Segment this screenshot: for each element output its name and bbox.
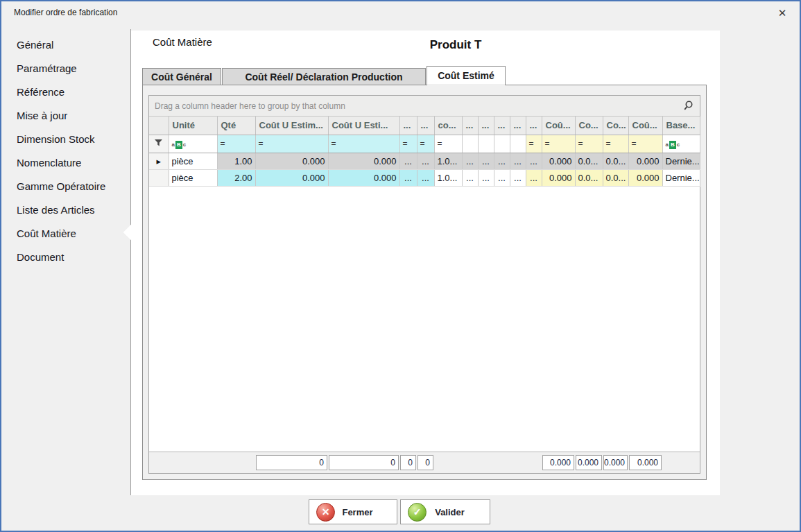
cell[interactable]: 0.000 xyxy=(328,169,399,186)
col-header-6[interactable]: ... xyxy=(417,117,434,135)
cell[interactable]: 0.0... xyxy=(575,169,603,186)
summary-box[interactable]: 0.000 xyxy=(629,455,662,470)
col-header-unite[interactable]: Unité xyxy=(169,117,217,135)
filter-cell-15[interactable]: = xyxy=(603,135,628,153)
summary-box[interactable]: 0 xyxy=(256,455,327,470)
cell[interactable]: 1.0... xyxy=(434,169,462,186)
col-header-10[interactable]: ... xyxy=(494,117,510,135)
cell[interactable]: 0.000 xyxy=(542,153,575,169)
cell[interactable]: 0.000 xyxy=(328,153,399,169)
filter-cell-5[interactable]: = xyxy=(399,135,417,153)
sidebar-item-general[interactable]: Général xyxy=(3,33,130,56)
filter-cell-12[interactable]: = xyxy=(526,135,542,153)
filter-cell-11[interactable] xyxy=(510,135,526,153)
sidebar-item-reference[interactable]: Référence xyxy=(3,80,130,103)
col-header-11[interactable]: ... xyxy=(510,117,526,135)
sidebar-item-document[interactable]: Document xyxy=(3,245,130,268)
cell[interactable]: ... xyxy=(462,169,478,186)
cell[interactable]: ... xyxy=(494,169,510,186)
summary-box[interactable]: 0 xyxy=(417,455,433,470)
sidebar-item-liste-des-articles[interactable]: Liste des Articles xyxy=(3,198,130,221)
filter-cell-6[interactable]: = xyxy=(417,135,434,153)
cell[interactable]: 0.000 xyxy=(255,169,328,186)
filter-cell-4[interactable]: = xyxy=(328,135,399,153)
col-header-co-14[interactable]: Co... xyxy=(575,117,603,135)
filter-cell-7[interactable]: = xyxy=(434,135,462,153)
cell[interactable]: ... xyxy=(462,153,478,169)
cell[interactable]: ... xyxy=(417,169,434,186)
summary-box[interactable]: 0.000 xyxy=(542,455,574,470)
summary-box[interactable]: 0.000 xyxy=(603,455,628,470)
cell[interactable]: ... xyxy=(478,169,494,186)
cell-qte[interactable]: 2.00 xyxy=(217,169,255,186)
sidebar-item-cout-matiere[interactable]: Coût Matière xyxy=(3,221,130,245)
cell-unite[interactable]: pièce xyxy=(169,169,217,186)
filter-cell-16[interactable]: = xyxy=(628,135,662,153)
cell[interactable]: ... xyxy=(526,153,542,169)
col-header-cout-u-esti[interactable]: Coût U Esti... xyxy=(328,117,399,135)
col-header-9[interactable]: ... xyxy=(478,117,494,135)
cell[interactable]: ... xyxy=(526,169,542,186)
sidebar-item-nomenclature[interactable]: Nomenclature xyxy=(3,151,130,174)
filter-cell-13[interactable]: = xyxy=(542,135,575,153)
col-header-cout-u-estim[interactable]: Coût U Estim... xyxy=(255,117,328,135)
col-header-cou-16[interactable]: Coû... xyxy=(628,117,662,135)
cell[interactable]: 0.000 xyxy=(542,169,575,186)
page-title: Coût Matière xyxy=(153,36,212,48)
tab-cout-estime[interactable]: Coût Estimé xyxy=(427,66,506,85)
search-icon[interactable] xyxy=(682,100,694,112)
grid-empty-area xyxy=(149,187,700,452)
sidebar-item-mise-a-jour[interactable]: Mise à jour xyxy=(3,103,130,127)
col-header-8[interactable]: ... xyxy=(462,117,478,135)
col-header-cou-13[interactable]: Coû... xyxy=(542,117,575,135)
cell-qte[interactable]: 1.00 xyxy=(217,153,255,169)
fermer-button[interactable]: ✕ Fermer xyxy=(309,499,397,524)
col-header-5[interactable]: ... xyxy=(399,117,417,135)
tab-cout-general[interactable]: Coût Général xyxy=(142,68,221,85)
cell[interactable]: 0.0... xyxy=(575,153,603,169)
row-indicator[interactable] xyxy=(149,169,169,186)
cell[interactable]: 0.000 xyxy=(255,153,328,169)
summary-box[interactable]: 0 xyxy=(329,455,399,470)
tab-control: Coût Général Coût Réel/ Déclaration Prod… xyxy=(142,66,707,480)
cell-base[interactable]: Dernie... xyxy=(662,153,700,169)
cell[interactable]: 0.000 xyxy=(628,153,662,169)
col-header-co[interactable]: co... xyxy=(434,117,462,135)
cell[interactable]: ... xyxy=(510,153,526,169)
cell[interactable]: ... xyxy=(510,169,526,186)
col-header-12[interactable]: ... xyxy=(526,117,542,135)
filter-cell-3[interactable]: = xyxy=(255,135,328,153)
cell[interactable]: ... xyxy=(494,153,510,169)
sidebar-item-gamme-operatoire[interactable]: Gamme Opératoire xyxy=(3,174,130,198)
filter-cell-unite[interactable]: aBc xyxy=(169,135,217,153)
cell[interactable]: 0.0... xyxy=(603,153,628,169)
cell-base[interactable]: Dernie... xyxy=(662,169,700,186)
filter-cell-9[interactable] xyxy=(478,135,494,153)
col-header-co-15[interactable]: Co... xyxy=(603,117,628,135)
filter-cell-base[interactable]: aBc xyxy=(662,135,700,153)
group-by-panel[interactable]: Drag a column header here to group by th… xyxy=(149,96,700,117)
sidebar-item-dimension-stock[interactable]: Dimension Stock xyxy=(3,127,130,151)
valider-button[interactable]: ✓ Valider xyxy=(400,499,490,524)
cell[interactable]: ... xyxy=(399,153,417,169)
col-header-indicator xyxy=(149,117,169,135)
cell-unite[interactable]: pièce xyxy=(169,153,217,169)
cell[interactable]: 1.0... xyxy=(434,153,462,169)
col-header-qte[interactable]: Qté xyxy=(217,117,255,135)
cell[interactable]: 0.000 xyxy=(628,169,662,186)
summary-box[interactable]: 0.000 xyxy=(576,455,602,470)
cell[interactable]: ... xyxy=(417,153,434,169)
cell[interactable]: ... xyxy=(478,153,494,169)
summary-box[interactable]: 0 xyxy=(400,455,416,470)
filter-cell-8[interactable] xyxy=(462,135,478,153)
tab-cout-reel[interactable]: Coût Réel/ Déclaration Production xyxy=(222,68,426,85)
cell[interactable]: 0.0... xyxy=(603,169,628,186)
filter-cell-10[interactable] xyxy=(494,135,510,153)
filter-cell-qte[interactable]: = xyxy=(217,135,255,153)
close-icon[interactable]: ✕ xyxy=(770,5,794,22)
current-row-arrow-icon[interactable]: ▸ xyxy=(149,153,169,169)
col-header-base[interactable]: Base... xyxy=(662,117,700,135)
filter-cell-14[interactable]: = xyxy=(575,135,603,153)
cell[interactable]: ... xyxy=(399,169,417,186)
sidebar-item-parametrage[interactable]: Paramétrage xyxy=(3,56,130,80)
